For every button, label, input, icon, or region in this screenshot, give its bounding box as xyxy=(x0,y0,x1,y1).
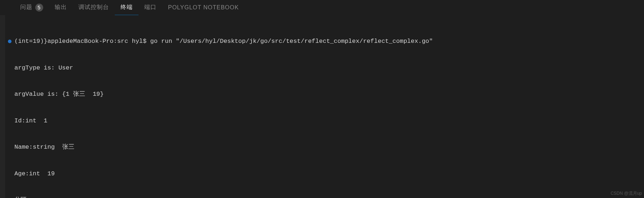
tab-ports[interactable]: 端口 xyxy=(139,0,162,15)
watermark: CSDN @流月up xyxy=(611,190,642,197)
tab-label: 端口 xyxy=(144,4,157,11)
terminal-line: (int=19)}appledeMacBook-Pro:src hyl$ go … xyxy=(8,37,640,46)
tab-polyglot-notebook[interactable]: POLYGLOT NOTEBOOK xyxy=(162,0,245,15)
terminal-output[interactable]: (int=19)}appledeMacBook-Pro:src hyl$ go … xyxy=(0,15,644,198)
terminal-line: Name:string 张三 xyxy=(8,143,640,152)
terminal-text: Name:string 张三 xyxy=(14,143,74,152)
tab-terminal[interactable]: 终端 xyxy=(115,0,139,15)
tab-output[interactable]: 输出 xyxy=(49,0,73,15)
tab-label: POLYGLOT NOTEBOOK xyxy=(168,4,239,11)
terminal-line: 分隔 ... xyxy=(8,196,640,198)
terminal-text: argType is: User xyxy=(14,64,73,73)
terminal-text: Id:int 1 xyxy=(14,117,47,126)
terminal-line: Id:int 1 xyxy=(8,117,640,126)
problems-badge: 5 xyxy=(35,4,43,12)
terminal-text: Age:int 19 xyxy=(14,170,55,179)
terminal-text: 分隔 ... xyxy=(14,196,41,198)
tab-debug-console[interactable]: 调试控制台 xyxy=(73,0,115,15)
terminal-line: Age:int 19 xyxy=(8,170,640,179)
terminal-text: (int=19)}appledeMacBook-Pro:src hyl$ go … xyxy=(14,37,433,46)
tab-label: 问题 xyxy=(20,4,32,11)
terminal-line: argType is: User xyxy=(8,64,640,73)
terminal-line: argValue is: {1 张三 19} xyxy=(8,90,640,99)
tab-problems[interactable]: 问题 5 xyxy=(14,0,49,15)
terminal-text: argValue is: {1 张三 19} xyxy=(14,90,104,99)
panel-tab-bar: 问题 5 输出 调试控制台 终端 端口 POLYGLOT NOTEBOOK xyxy=(0,0,644,15)
status-dot-icon xyxy=(8,40,12,43)
tab-label: 终端 xyxy=(121,4,133,11)
tab-label: 调试控制台 xyxy=(78,4,109,11)
tab-label: 输出 xyxy=(55,4,67,11)
